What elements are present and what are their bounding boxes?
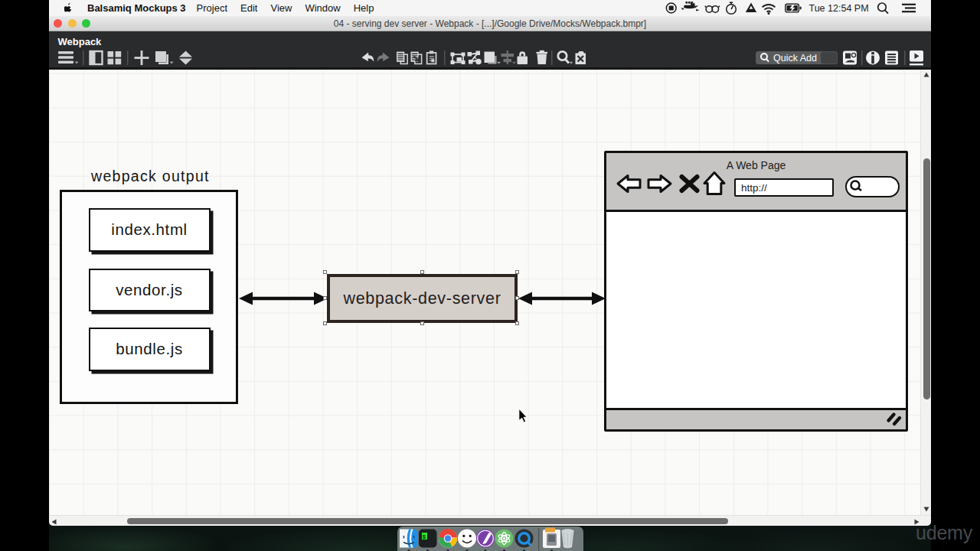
svg-text:Quick Add: Quick Add (773, 53, 817, 64)
svg-text:$: $ (423, 533, 426, 540)
svg-text:Tue 12:54 PM: Tue 12:54 PM (809, 3, 869, 14)
